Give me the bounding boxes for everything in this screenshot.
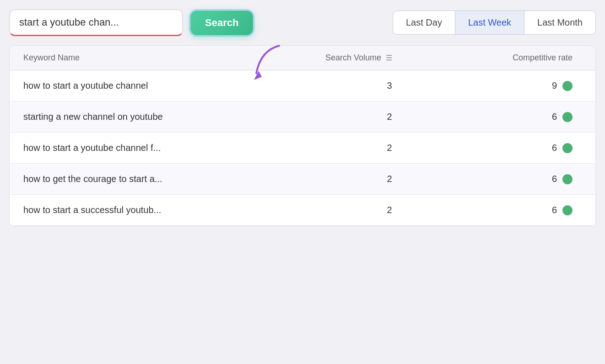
keyword-cell: how to get the courage to start a... — [23, 174, 325, 184]
table-row: how to get the courage to start a... 2 6 — [10, 164, 595, 195]
rate-cell: 9 — [454, 80, 582, 91]
rate-indicator — [562, 112, 573, 122]
col-keyword-label: Keyword Name — [23, 53, 80, 62]
volume-cell: 2 — [325, 112, 454, 122]
col-rate-label: Competitive rate — [513, 53, 573, 62]
filter-icon[interactable]: ☰ — [386, 54, 392, 62]
filter-last-day-button[interactable]: Last Day — [393, 11, 455, 34]
table-row: starting a new channel on youtube 2 6 — [10, 102, 595, 133]
rate-cell: 6 — [454, 143, 582, 153]
volume-cell: 2 — [325, 174, 454, 184]
rate-indicator — [562, 143, 573, 153]
table-row: how to start a successful youtub... 2 6 — [10, 195, 595, 226]
filter-last-day-label: Last Day — [406, 17, 442, 27]
col-header-keyword: Keyword Name — [23, 53, 325, 63]
col-volume-label: Search Volume — [325, 53, 381, 63]
rate-cell: 6 — [454, 112, 582, 122]
volume-cell: 3 — [325, 80, 454, 91]
rate-cell: 6 — [454, 174, 582, 184]
results-table: Keyword Name Search Volume ☰ Competitive… — [9, 45, 596, 226]
rate-indicator — [562, 205, 573, 215]
filter-last-week-button[interactable]: Last Week — [455, 11, 524, 34]
search-input[interactable] — [9, 9, 183, 36]
volume-cell: 2 — [325, 205, 454, 215]
top-bar: Search Last Day Last Week Last Month — [9, 9, 596, 36]
filter-last-month-button[interactable]: Last Month — [524, 11, 595, 34]
keyword-cell: how to start a youtube channel f... — [23, 143, 325, 153]
keyword-cell: how to start a youtube channel — [23, 80, 325, 91]
filter-last-month-label: Last Month — [537, 17, 583, 27]
search-button[interactable]: Search — [190, 11, 253, 35]
col-header-rate: Competitive rate — [454, 53, 582, 63]
search-input-wrapper — [9, 9, 183, 36]
rate-indicator — [562, 81, 573, 91]
col-header-volume: Search Volume ☰ — [325, 53, 454, 63]
table-row: how to start a youtube channel f... 2 6 — [10, 133, 595, 164]
volume-cell: 2 — [325, 143, 454, 153]
table-row: how to start a youtube channel 3 9 — [10, 70, 595, 102]
rate-indicator — [562, 174, 573, 184]
rate-cell: 6 — [454, 205, 582, 215]
table-header: Keyword Name Search Volume ☰ Competitive… — [10, 46, 595, 70]
keyword-cell: how to start a successful youtub... — [23, 205, 325, 215]
time-filter-group: Last Day Last Week Last Month — [393, 11, 596, 35]
keyword-cell: starting a new channel on youtube — [23, 112, 325, 122]
filter-last-week-label: Last Week — [468, 17, 511, 27]
search-button-label: Search — [205, 17, 238, 28]
